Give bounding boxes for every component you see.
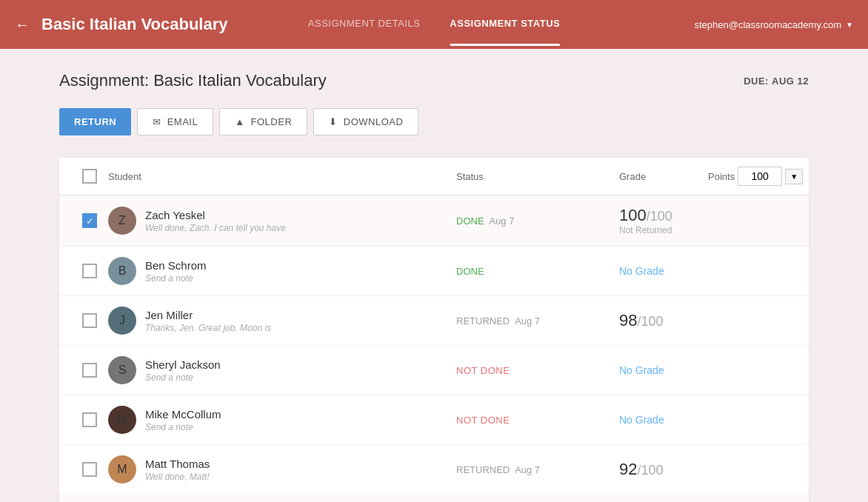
status-cell: DONE <box>456 265 619 277</box>
user-menu[interactable]: stephen@classroomacademy.com ▼ <box>694 19 853 30</box>
avatar: Z <box>108 207 136 235</box>
grade-cell: 92/100 <box>619 460 708 479</box>
grade-cell: 98/100 <box>619 311 708 330</box>
status-badge: NOT DONE <box>456 415 510 426</box>
students-table: Student Status Grade Points ▼ ZZach Yesk… <box>59 158 809 502</box>
student-note: Thanks, Jen. Great job. Moon is <box>145 323 271 333</box>
main-content: Assignment: Basic Italian Vocabulary DUE… <box>0 49 868 502</box>
status-badge: RETURNED <box>456 464 510 475</box>
student-rows: ZZach YeskelWell done, Zach. I can tell … <box>59 195 809 502</box>
student-checkbox-1[interactable] <box>82 213 97 228</box>
grade-column-header: Grade <box>619 171 708 182</box>
student-note: Well done, Matt! <box>145 472 210 482</box>
status-cell: NOT DONE <box>456 414 619 426</box>
status-badge: DONE <box>456 215 484 227</box>
student-name: Matt Thomas <box>145 458 210 470</box>
student-checkbox-5[interactable] <box>82 412 97 427</box>
grade-value: 92/100 <box>619 460 708 479</box>
student-note[interactable]: Send a note <box>145 273 207 284</box>
download-label: DOWNLOAD <box>344 116 404 127</box>
status-date: Aug 7 <box>487 215 515 227</box>
email-button[interactable]: ✉ EMAIL <box>137 108 213 135</box>
back-button[interactable]: ← <box>15 16 30 33</box>
grade-cell: No Grade <box>619 414 708 426</box>
tab-assignment-details[interactable]: ASSIGNMENT DETAILS <box>308 3 421 46</box>
grade-cell: No Grade <box>619 364 708 376</box>
student-column-header: Student <box>108 171 456 182</box>
assignment-header: Assignment: Basic Italian Vocabulary DUE… <box>59 71 809 90</box>
status-date: Aug 7 <box>513 315 540 327</box>
email-icon: ✉ <box>153 116 161 127</box>
avatar: B <box>108 257 136 285</box>
points-header: Points ▼ <box>708 167 797 186</box>
status-badge: DONE <box>456 266 484 277</box>
chevron-down-icon: ▼ <box>846 21 853 29</box>
student-info: JJen MillerThanks, Jen. Great job. Moon … <box>108 307 456 335</box>
student-info: MMike McCollumSend a note <box>108 406 456 434</box>
student-info: SSheryl JacksonSend a note <box>108 356 456 384</box>
student-checkbox-2[interactable] <box>82 264 97 278</box>
student-checkbox-6[interactable] <box>82 462 97 477</box>
student-info: MMatt ThomasWell done, Matt! <box>108 455 456 483</box>
header-tabs: ASSIGNMENT DETAILS ASSIGNMENT STATUS <box>308 3 560 46</box>
no-grade-label: No Grade <box>619 414 708 426</box>
grade-cell: 100/100Not Returned <box>619 206 708 235</box>
table-row: MMike McCollumSend a noteNOT DONENo Grad… <box>59 395 809 445</box>
status-cell: NOT DONE <box>456 364 619 376</box>
avatar: J <box>108 307 136 335</box>
user-email: stephen@classroomacademy.com <box>694 19 841 30</box>
status-date: Aug 7 <box>513 464 540 475</box>
assignment-title: Assignment: Basic Italian Vocabulary <box>59 71 327 90</box>
student-info: BBen SchromSend a note <box>108 257 456 285</box>
student-name: Mike McCollum <box>145 408 221 421</box>
table-row: JJen MillerThanks, Jen. Great job. Moon … <box>59 296 809 346</box>
student-name: Zach Yeskel <box>145 209 286 221</box>
grade-value: 98/100 <box>619 311 708 330</box>
table-row: ZZach YeskelWell done, Zach. I can tell … <box>59 195 809 247</box>
points-label: Points <box>708 171 735 182</box>
folder-button[interactable]: ▲ FOLDER <box>219 108 307 135</box>
student-note[interactable]: Send a note <box>145 422 221 432</box>
table-row: MMatt ThomasWell done, Matt!RETURNED Aug… <box>59 445 809 495</box>
points-dropdown-button[interactable]: ▼ <box>785 169 803 184</box>
download-button[interactable]: ⬇ DOWNLOAD <box>313 108 418 135</box>
header: ← Basic Italian Vocabulary ASSIGNMENT DE… <box>0 0 868 49</box>
grade-value: 100/100 <box>619 206 708 225</box>
download-icon: ⬇ <box>329 116 338 127</box>
grade-cell: No Grade <box>619 265 708 277</box>
not-returned-label: Not Returned <box>619 225 708 235</box>
status-cell: RETURNED Aug 7 <box>456 315 619 327</box>
student-name: Jen Miller <box>145 309 271 321</box>
avatar: M <box>108 455 136 483</box>
student-note: Well done, Zach. I can tell you have <box>145 223 286 233</box>
folder-icon: ▲ <box>235 116 244 127</box>
status-badge: RETURNED <box>456 315 510 327</box>
tab-assignment-status[interactable]: ASSIGNMENT STATUS <box>450 3 560 46</box>
folder-label: FOLDER <box>251 116 293 127</box>
student-name: Ben Schrom <box>145 259 207 272</box>
table-row: BBen SchromSend a noteDONENo Grade <box>59 247 809 296</box>
due-date: DUE: AUG 12 <box>744 76 809 87</box>
email-label: EMAIL <box>167 116 198 127</box>
status-cell: RETURNED Aug 7 <box>456 463 619 475</box>
student-info: ZZach YeskelWell done, Zach. I can tell … <box>108 207 456 235</box>
select-all-checkbox[interactable] <box>82 169 97 184</box>
student-checkbox-3[interactable] <box>82 313 97 328</box>
table-header: Student Status Grade Points ▼ <box>59 158 809 195</box>
points-input[interactable] <box>738 167 782 186</box>
no-grade-label: No Grade <box>619 265 708 277</box>
status-badge: NOT DONE <box>456 365 510 376</box>
student-checkbox-4[interactable] <box>82 363 97 378</box>
status-column-header: Status <box>456 171 619 182</box>
student-note[interactable]: Send a note <box>145 372 221 383</box>
return-button[interactable]: RETURN <box>59 108 131 135</box>
no-grade-label: No Grade <box>619 364 708 376</box>
student-name: Sheryl Jackson <box>145 358 221 371</box>
status-cell: DONE Aug 7 <box>456 215 619 227</box>
table-row: EElizabeth FrankSend a noteDONE86/100Not… <box>59 495 809 502</box>
avatar: S <box>108 356 136 384</box>
avatar: M <box>108 406 136 434</box>
action-buttons: RETURN ✉ EMAIL ▲ FOLDER ⬇ DOWNLOAD <box>59 108 809 135</box>
table-row: SSheryl JacksonSend a noteNOT DONENo Gra… <box>59 346 809 395</box>
